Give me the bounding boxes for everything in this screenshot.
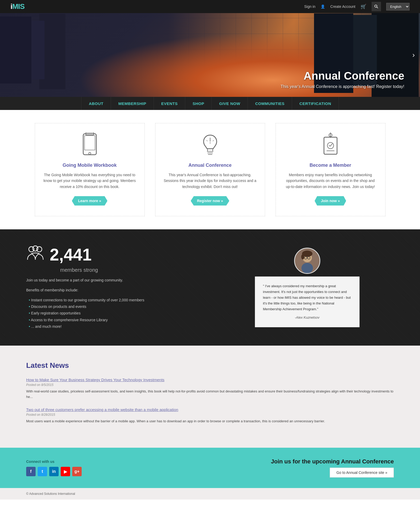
badge-icon: [317, 131, 344, 157]
nav-item-membership[interactable]: MEMBERSHIP: [111, 97, 154, 110]
benefit-item: Discounts on products and events: [29, 303, 200, 310]
svg-line-14: [213, 140, 214, 141]
search-icon: [374, 4, 378, 9]
nav-item-about[interactable]: ABOUT: [81, 97, 111, 110]
hero-content: Annual Conference This year's Annual Con…: [265, 62, 420, 97]
phone-icon: [77, 131, 103, 157]
benefit-item: ... and much more!: [29, 323, 200, 330]
twitter-icon[interactable]: t: [38, 467, 47, 476]
news-section: Latest News How to Make Sure Your Busine…: [0, 346, 420, 448]
members-description: Join us today and become a part of our g…: [26, 277, 200, 283]
svg-point-5: [89, 152, 91, 154]
search-button[interactable]: [372, 2, 381, 11]
nav-item-give-now[interactable]: GIVE NOW: [212, 97, 248, 110]
register-now-button[interactable]: Register now »: [191, 196, 229, 206]
card-going-mobile-title: Going Mobile Workbook: [63, 163, 117, 168]
main-nav: ABOUT MEMBERSHIP EVENTS SHOP GIVE NOW CO…: [0, 97, 420, 110]
go-to-conference-button[interactable]: Go to Annual Conference site »: [330, 468, 394, 478]
copyright-text: © Advanced Solutions International: [26, 492, 75, 496]
testimonial-author: -Alex Kuznetsov: [263, 315, 351, 320]
hero-section: Annual Conference This year's Annual Con…: [0, 13, 420, 97]
nav-item-certification[interactable]: CERTIFICATION: [292, 97, 339, 110]
svg-point-0: [375, 5, 377, 7]
news-link-1[interactable]: How to Make Sure Your Business Strategy …: [26, 378, 394, 382]
testimonial-box: " I've always considered my membership a…: [255, 276, 360, 328]
footer-left: Connect with us f t in ▶ g+: [26, 459, 82, 476]
card-become-member: Become a Member Members enjoy many benef…: [276, 123, 385, 216]
hero-subtitle: This year's Annual Conference is approac…: [281, 84, 404, 89]
join-now-button[interactable]: Join now »: [315, 196, 346, 206]
svg-point-28: [301, 254, 304, 259]
card-annual-conference-text: This year's Annual Conference is fast-ap…: [163, 172, 257, 190]
svg-rect-2: [83, 134, 96, 155]
svg-point-24: [33, 246, 38, 251]
news-item-1: How to Make Sure Your Business Strategy …: [26, 378, 394, 400]
svg-line-20: [330, 144, 332, 146]
news-item-2: Two out of three customers prefer access…: [26, 407, 394, 424]
svg-rect-4: [85, 136, 95, 150]
news-link-2[interactable]: Two out of three customers prefer access…: [26, 407, 394, 412]
nav-item-events[interactable]: EVENTS: [154, 97, 185, 110]
signin-link[interactable]: Sign in: [304, 4, 315, 9]
news-date-1: Posted on 8/5/2015: [26, 383, 394, 387]
card-become-member-title: Become a Member: [310, 163, 351, 168]
members-benefits-list: Instant connections to our growing commu…: [26, 297, 200, 330]
news-excerpt-2: Most users want a mobile experience with…: [26, 419, 394, 424]
create-account-link[interactable]: Create Account: [330, 4, 355, 9]
testimonial-text: " I've always considered my membership a…: [263, 283, 351, 312]
nav-item-shop[interactable]: SHOP: [185, 97, 212, 110]
footer-connect-label: Connect with us: [26, 459, 82, 464]
members-benefits-intro: Benefits of membership include:: [26, 287, 200, 293]
members-left: 2,441 members strong Join us today and b…: [26, 245, 200, 330]
card-going-mobile: Going Mobile Workbook The Going Mobile W…: [35, 123, 145, 216]
benefit-item: Instant connections to our growing commu…: [29, 297, 200, 303]
learn-more-button[interactable]: Learn more »: [72, 196, 108, 206]
cart-icon[interactable]: 🛒: [361, 4, 366, 9]
footer-socials: f t in ▶ g+: [26, 467, 82, 476]
language-selector[interactable]: English French Spanish: [386, 3, 410, 10]
nav-item-communities[interactable]: COMMUNITIES: [248, 97, 292, 110]
footer: Connect with us f t in ▶ g+ Join us for …: [0, 448, 420, 488]
footer-conference-title: Join us for the upcoming Annual Conferen…: [271, 458, 394, 465]
card-going-mobile-text: The Going Mobile Workbook has everything…: [43, 172, 137, 190]
benefit-item: Early registration opportunities: [29, 310, 200, 317]
testimonial-avatar: [294, 248, 320, 274]
news-section-title: Latest News: [26, 361, 394, 370]
members-count-number: 2,441: [50, 245, 92, 264]
news-excerpt-1: With real-world case studies, priceless …: [26, 389, 394, 400]
googleplus-icon[interactable]: g+: [72, 467, 82, 476]
card-annual-conference: Annual Conference This year's Annual Con…: [155, 123, 265, 216]
svg-line-13: [206, 140, 208, 141]
svg-point-29: [301, 263, 313, 273]
header-right: Sign in 👤 Create Account 🛒 English Frenc…: [304, 2, 410, 11]
linkedin-icon[interactable]: in: [49, 467, 59, 476]
hero-next-arrow[interactable]: ›: [412, 51, 415, 59]
svg-line-1: [377, 7, 378, 8]
people-icon: [26, 245, 44, 264]
logo: iMIS: [10, 2, 25, 11]
cards-section: Going Mobile Workbook The Going Mobile W…: [0, 110, 420, 229]
benefit-item: Access to the comprehensive Resource Lib…: [29, 317, 200, 323]
header: iMIS Sign in 👤 Create Account 🛒 English …: [0, 0, 420, 13]
footer-right: Join us for the upcoming Annual Conferen…: [271, 458, 394, 478]
members-right: " I've always considered my membership a…: [221, 245, 394, 330]
hero-title: Annual Conference: [281, 70, 404, 82]
members-count: 2,441: [26, 245, 200, 264]
members-section: 2,441 members strong Join us today and b…: [0, 229, 420, 346]
bulb-icon: [197, 131, 223, 157]
members-strong-label: members strong: [26, 267, 200, 273]
news-date-2: Posted on 8/28/2015: [26, 413, 394, 417]
youtube-icon[interactable]: ▶: [61, 467, 70, 476]
facebook-icon[interactable]: f: [26, 467, 36, 476]
copyright-bar: © Advanced Solutions International: [0, 488, 420, 500]
card-annual-conference-title: Annual Conference: [188, 163, 232, 168]
card-become-member-text: Members enjoy many benefits including ne…: [284, 172, 377, 190]
